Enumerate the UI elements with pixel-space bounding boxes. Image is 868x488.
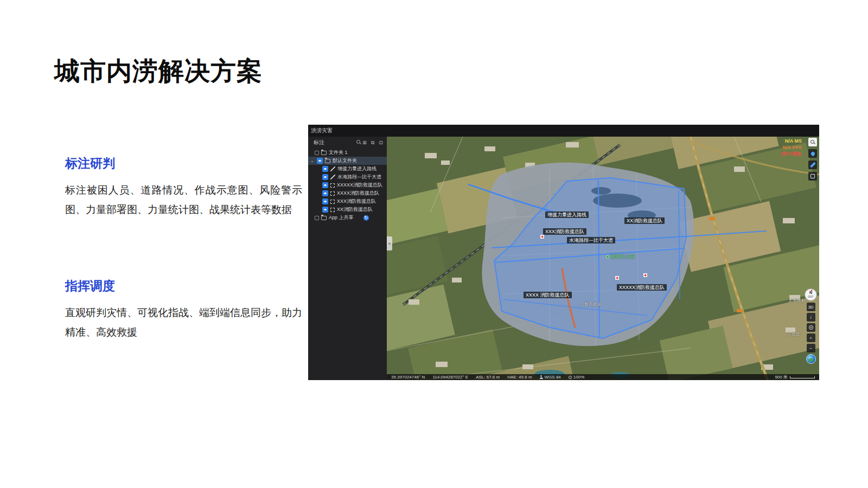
hospital-marker-icon[interactable]	[643, 273, 647, 277]
visibility-eye-icon[interactable]	[317, 158, 323, 164]
hospital-marker-icon[interactable]	[540, 235, 544, 239]
layer-label: 水淹路段—比干大道	[337, 174, 381, 181]
checkbox-icon[interactable]	[315, 151, 319, 155]
checkbox-icon[interactable]	[315, 216, 319, 220]
locate-button[interactable]	[807, 323, 815, 332]
chevron-down-icon[interactable]: ⌄	[310, 158, 315, 163]
place-label: 太平庄村	[788, 298, 806, 304]
hud-fps: N/A FPS	[781, 144, 802, 151]
person-icon	[540, 375, 543, 379]
polygon-icon	[330, 200, 335, 204]
datum-readout: WGS 84	[540, 375, 561, 380]
scale-line	[790, 376, 815, 378]
polygon-icon	[330, 208, 335, 212]
park-icon	[606, 255, 609, 259]
info-button[interactable]: i	[807, 313, 815, 322]
hospital-marker-icon[interactable]	[615, 276, 619, 280]
presentation-slide: 城市内涝解决方案 标注研判 标注被困人员、道路情况、作战示意图、风险警示图、力量…	[0, 0, 868, 488]
section-body: 标注被困人员、道路情况、作战示意图、风险警示图、力量部署图、力量统计图、战果统计…	[65, 181, 302, 220]
search-icon[interactable]	[354, 140, 359, 145]
compass-degrees: 000°	[805, 295, 816, 298]
latitude-readout: 35.397024746° N	[391, 375, 425, 380]
performance-hud: N/A MS N/A FPS (按F5显隐)	[781, 138, 802, 157]
select-tool-button[interactable]	[808, 172, 817, 181]
visibility-eye-icon[interactable]	[322, 182, 328, 188]
layer-label: XX消防救援总队	[337, 206, 373, 213]
polyline-icon	[330, 175, 335, 179]
gis-app-window: 洪涝灾害 标注 ⊞ ⧉ ⊡ 文件夹 1 ⌄	[308, 125, 819, 380]
app-logo[interactable]	[806, 354, 816, 364]
pin-icon	[810, 151, 815, 156]
map-nav-controls: N 000° 3D i + −	[805, 288, 817, 364]
visibility-eye-icon[interactable]	[322, 174, 328, 180]
visibility-eye-icon[interactable]	[322, 166, 328, 172]
locate-icon	[809, 325, 813, 330]
folder-icon	[321, 151, 327, 155]
export-icon[interactable]: ⧉	[370, 140, 375, 145]
tree-row-layer[interactable]: XXXX消防救援总队	[308, 189, 387, 197]
tree-row-folder1[interactable]: 文件夹 1	[308, 149, 387, 157]
layer-label: 默认文件夹	[333, 157, 357, 164]
tree-row-layer[interactable]: XX消防救援总队	[308, 206, 387, 214]
annotation-label[interactable]: XXX消防救援总队	[543, 228, 586, 235]
folder-icon	[321, 216, 327, 220]
compass-control[interactable]: N 000°	[805, 288, 817, 301]
marker-tool-button[interactable]	[808, 149, 817, 158]
tree-row-layer[interactable]: XXXXX消防救援总队	[308, 181, 387, 189]
toggle-3d-button[interactable]: 3D	[807, 303, 815, 311]
tree-row-layer[interactable]: 水淹路段—比干大道	[308, 173, 387, 181]
panel-header: 标注 ⊞ ⧉ ⊡	[308, 137, 387, 149]
annotation-label[interactable]: 水淹路段—比干大道	[567, 237, 615, 243]
layers-panel: 标注 ⊞ ⧉ ⊡ 文件夹 1 ⌄ 默认文件夹	[308, 137, 387, 380]
annotation-label[interactable]: XX消防救援总队	[624, 217, 665, 224]
layer-label: XXXXX消防救援总队	[337, 182, 382, 189]
measure-tool-button[interactable]	[808, 160, 817, 169]
tree-row-app-share[interactable]: App 上共享 ↻	[308, 214, 387, 222]
section-dispatch: 指挥调度 直观研判灾情、可视化指战、端到端信息同步，助力精准、高效救援	[65, 278, 302, 342]
visibility-eye-icon[interactable]	[322, 190, 328, 196]
add-layer-icon[interactable]: ⊞	[362, 140, 367, 145]
layer-label: XXXX消防救援总队	[337, 190, 379, 197]
layer-label: XXX消防救援总队	[337, 198, 376, 205]
map-viewport[interactable]: 增援力量进入路线 XX消防救援总队 XXX消防救援总队 水淹路段—比干大道 XX…	[387, 137, 819, 380]
section-heading: 标注研判	[65, 155, 302, 172]
tree-row-layer[interactable]: XXX消防救援总队	[308, 197, 387, 206]
new-folder-icon[interactable]: ⊡	[378, 140, 384, 145]
search-tool-button[interactable]	[808, 138, 817, 146]
map-canvas[interactable]	[387, 137, 819, 380]
place-label: 三合庄	[787, 331, 800, 337]
zoom-out-button[interactable]: −	[807, 344, 815, 352]
visibility-eye-icon[interactable]	[322, 207, 328, 213]
ruler-icon	[810, 162, 816, 168]
zoom-in-button[interactable]: +	[807, 333, 815, 342]
compass-north: N	[805, 291, 816, 295]
park-poi-label: 顺城关公园	[606, 253, 635, 260]
hud-hint: (按F5显隐)	[781, 151, 802, 157]
zoom-circle-icon	[569, 376, 572, 379]
panel-collapse-handle[interactable]: «	[387, 236, 392, 251]
annotation-label[interactable]: XXXX 消防救援总队	[524, 292, 572, 298]
sync-icon[interactable]: ↻	[363, 215, 369, 221]
layer-label: 文件夹 1	[329, 149, 348, 156]
zoom-readout: 100%	[569, 375, 584, 380]
hud-ms: N/A MS	[781, 138, 802, 144]
hae-readout: HAE: 49.6 m	[507, 375, 532, 380]
page-title: 城市内涝解决方案	[54, 54, 263, 88]
annotation-label[interactable]: XXXXX消防救援总队	[617, 284, 667, 291]
layer-label: 增援力量进入路线	[337, 165, 376, 172]
visibility-eye-icon[interactable]	[322, 198, 328, 204]
annotation-label[interactable]: 增援力量进入路线	[545, 211, 589, 218]
search-icon	[810, 140, 815, 145]
section-heading: 指挥调度	[65, 278, 302, 294]
scale-label: 500 米	[775, 374, 788, 380]
tree-row-layer[interactable]: 增援力量进入路线	[308, 165, 387, 173]
tree-row-default-folder[interactable]: ⌄ 默认文件夹	[308, 157, 387, 165]
asl-readout: ASL: 67.6 m	[476, 375, 500, 380]
section-body: 直观研判灾情、可视化指战、端到端信息同步，助力精准、高效救援	[65, 303, 302, 342]
layer-label: App 上共享	[329, 214, 354, 221]
panel-title: 标注	[314, 139, 354, 146]
compass-needle-icon	[810, 290, 813, 291]
longitude-readout: 114.094287022° E	[432, 375, 468, 380]
app-titlebar: 洪涝灾害	[308, 125, 819, 137]
folder-icon	[325, 159, 330, 163]
